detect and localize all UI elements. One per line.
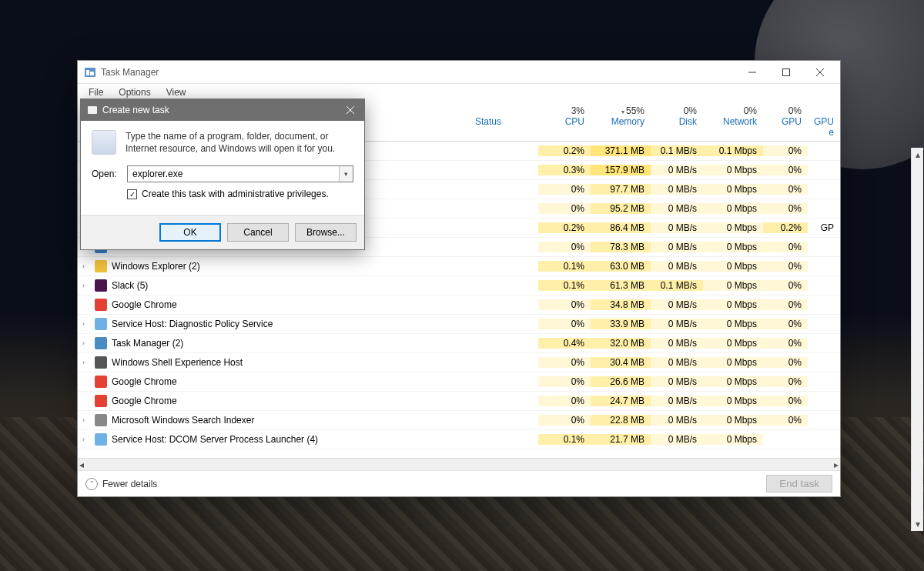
cancel-button[interactable]: Cancel xyxy=(227,223,289,242)
process-row[interactable]: ›Windows Shell Experience Host0%30.4 MB0… xyxy=(78,353,840,372)
task-manager-icon xyxy=(84,66,96,78)
process-icon xyxy=(95,279,107,292)
memory-cell: 157.9 MB xyxy=(591,165,651,175)
expand-icon[interactable]: › xyxy=(82,416,90,424)
disk-cell: 0 MB/s xyxy=(651,203,703,214)
network-cell: 0 Mbps xyxy=(703,338,763,349)
process-icon xyxy=(95,299,107,311)
process-row[interactable]: ›Windows Explorer (2)0.1%63.0 MB0 MB/s0 … xyxy=(78,257,840,276)
process-row[interactable]: ›Microsoft Windows Search Indexer0%22.8 … xyxy=(78,411,840,430)
memory-cell: 32.0 MB xyxy=(591,338,651,349)
disk-cell: 0 MB/s xyxy=(651,357,703,368)
cpu-cell: 0.2% xyxy=(538,222,591,233)
gpu-cell: 0% xyxy=(763,242,808,252)
process-name: Slack (5) xyxy=(112,280,148,291)
col-status[interactable]: Status xyxy=(469,102,538,141)
disk-cell: 0 MB/s xyxy=(651,376,703,387)
expand-icon[interactable]: › xyxy=(82,339,90,347)
gpu-cell: 0% xyxy=(763,203,808,214)
expand-icon[interactable]: › xyxy=(82,436,90,443)
memory-cell: 95.2 MB xyxy=(591,203,651,214)
process-row[interactable]: ›Slack (5)0.1%61.3 MB0.1 MB/s0 Mbps0% xyxy=(78,276,840,296)
process-row[interactable]: Google Chrome0%34.8 MB0 MB/s0 Mbps0% xyxy=(78,296,840,315)
network-cell: 0 Mbps xyxy=(703,242,763,252)
cpu-cell: 0.3% xyxy=(538,165,591,175)
open-input[interactable] xyxy=(128,166,339,182)
col-disk[interactable]: 0%Disk xyxy=(651,102,703,141)
dialog-close-button[interactable] xyxy=(340,102,361,119)
process-name: Microsoft Windows Search Indexer xyxy=(112,415,254,426)
chevron-down-icon[interactable]: ▾ xyxy=(339,166,353,182)
process-row[interactable]: ›Task Manager (2)0.4%32.0 MB0 MB/s0 Mbps… xyxy=(78,334,840,353)
chevron-up-icon: ˄ xyxy=(85,478,98,490)
dialog-titlebar[interactable]: Create new task xyxy=(81,99,364,121)
col-gpu[interactable]: 0%GPU xyxy=(763,102,808,141)
cpu-cell: 0.1% xyxy=(538,280,591,291)
admin-checkbox[interactable]: ✓ xyxy=(127,189,137,199)
cpu-cell: 0% xyxy=(538,376,591,387)
end-task-button[interactable]: End task xyxy=(766,475,832,493)
svg-rect-4 xyxy=(783,68,790,75)
process-icon xyxy=(95,433,107,446)
gpu-cell: 0.2% xyxy=(763,222,808,233)
admin-checkbox-row[interactable]: ✓ Create this task with administrative p… xyxy=(127,189,353,199)
svg-rect-2 xyxy=(90,72,94,75)
gpu-cell: 0% xyxy=(763,299,808,310)
minimize-button[interactable] xyxy=(735,61,769,84)
gpu-cell: 0% xyxy=(763,261,808,272)
expand-icon[interactable]: › xyxy=(82,320,90,328)
menu-file[interactable]: File xyxy=(82,85,109,99)
process-row[interactable]: Google Chrome0%24.7 MB0 MB/s0 Mbps0% xyxy=(78,392,840,411)
process-name: Google Chrome xyxy=(112,376,177,387)
disk-cell: 0 MB/s xyxy=(651,319,703,329)
gpu-engine-cell: GP xyxy=(808,222,840,233)
open-combobox[interactable]: ▾ xyxy=(127,165,353,182)
network-cell: 0 Mbps xyxy=(703,299,763,310)
col-cpu[interactable]: 3%CPU xyxy=(538,102,591,141)
cpu-cell: 0% xyxy=(538,242,591,252)
maximize-button[interactable] xyxy=(769,61,803,84)
ok-button[interactable]: OK xyxy=(159,223,221,242)
cpu-cell: 0.2% xyxy=(538,145,591,156)
expand-icon[interactable]: › xyxy=(82,359,90,366)
process-row[interactable]: ›Service Host: Diagnostic Policy Service… xyxy=(78,315,840,334)
titlebar[interactable]: Task Manager xyxy=(78,61,840,84)
gpu-cell: 0% xyxy=(763,184,808,195)
dialog-message: Type the name of a program, folder, docu… xyxy=(126,130,353,155)
network-cell: 0 Mbps xyxy=(703,415,763,426)
process-icon xyxy=(95,318,107,330)
fewer-details-button[interactable]: ˄ Fewer details xyxy=(85,478,157,490)
disk-cell: 0 MB/s xyxy=(651,299,703,310)
gpu-cell: 0% xyxy=(763,376,808,387)
col-memory[interactable]: ▾55%Memory xyxy=(591,102,651,141)
vertical-scrollbar[interactable]: ▴▾ xyxy=(911,148,923,531)
network-cell: 0 Mbps xyxy=(703,222,763,233)
network-cell: 0 Mbps xyxy=(703,434,763,445)
horizontal-scrollbar[interactable]: ◂▸ xyxy=(78,458,840,470)
gpu-cell: 0% xyxy=(763,357,808,368)
memory-cell: 24.7 MB xyxy=(591,396,651,406)
memory-cell: 21.7 MB xyxy=(591,434,651,445)
cpu-cell: 0% xyxy=(538,415,591,426)
menu-options[interactable]: Options xyxy=(112,85,156,99)
col-network[interactable]: 0%Network xyxy=(703,102,763,141)
disk-cell: 0 MB/s xyxy=(651,396,703,406)
expand-icon[interactable]: › xyxy=(82,282,90,289)
fewer-details-label: Fewer details xyxy=(102,479,157,489)
open-label: Open: xyxy=(92,169,119,179)
menu-view[interactable]: View xyxy=(160,85,192,99)
memory-cell: 34.8 MB xyxy=(591,299,651,310)
process-icon xyxy=(95,414,107,426)
statusbar: ˄ Fewer details End task xyxy=(78,470,840,496)
browse-button[interactable]: Browse... xyxy=(295,223,357,242)
process-row[interactable]: ›Service Host: DCOM Server Process Launc… xyxy=(78,430,840,449)
close-button[interactable] xyxy=(803,61,837,84)
col-gpu-engine[interactable]: GPU e xyxy=(808,102,840,141)
process-row[interactable]: Google Chrome0%26.6 MB0 MB/s0 Mbps0% xyxy=(78,372,840,392)
sort-indicator-icon: ▾ xyxy=(621,109,624,115)
process-icon xyxy=(95,395,107,407)
memory-cell: 86.4 MB xyxy=(591,222,651,233)
memory-cell: 78.3 MB xyxy=(591,242,651,252)
cpu-cell: 0% xyxy=(538,357,591,368)
expand-icon[interactable]: › xyxy=(82,262,90,270)
